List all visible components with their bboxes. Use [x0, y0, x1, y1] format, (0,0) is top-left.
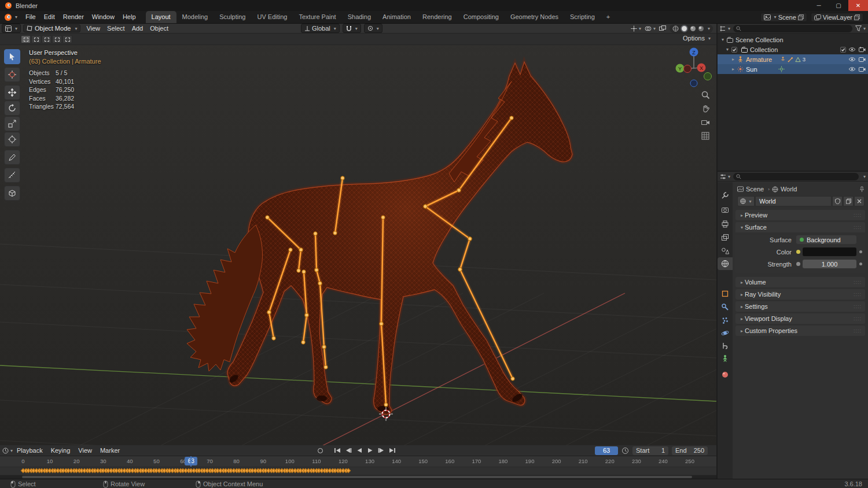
workspace-tab-uv-editing[interactable]: UV Editing [251, 11, 293, 23]
horse-wireframe-model[interactable] [187, 62, 572, 415]
timeline-track[interactable] [0, 467, 716, 475]
select-mode-subtract[interactable] [42, 35, 52, 43]
camera-view-button[interactable] [698, 116, 713, 129]
topbar-menu-file[interactable]: File [21, 11, 40, 23]
panel-volume[interactable]: ▸Volume:::: [735, 277, 865, 287]
topbar-menu-window[interactable]: Window [88, 11, 119, 23]
properties-tab-view-layer[interactable] [718, 231, 733, 244]
tool-scale[interactable] [4, 116, 20, 131]
collection-checkbox[interactable] [730, 47, 738, 53]
properties-search-input[interactable] [733, 173, 859, 180]
disclosure-icon[interactable]: ▸ [730, 57, 736, 62]
properties-tab-output[interactable] [718, 217, 733, 230]
auto-keying-toggle[interactable] [315, 446, 325, 455]
outliner-search-input[interactable] [733, 25, 852, 32]
select-mode-invert[interactable] [52, 35, 62, 43]
workspace-tab-shading[interactable]: Shading [342, 11, 377, 23]
timeline-editor-button[interactable]: ▾ [2, 448, 13, 454]
maximize-button[interactable]: ▢ [829, 0, 848, 11]
workspace-tab-modeling[interactable]: Modeling [176, 11, 214, 23]
use-preview-range-toggle[interactable] [621, 447, 629, 454]
properties-tab-tool[interactable] [718, 189, 733, 202]
properties-editor-button[interactable]: ▾ [720, 173, 730, 180]
world-name-field[interactable]: World [755, 196, 832, 206]
gizmo-y-neg[interactable] [704, 73, 712, 80]
next-keyframe-button[interactable] [376, 446, 386, 455]
outliner-row-scene-collection[interactable]: ▾ Scene Collection [718, 35, 868, 45]
outliner-options-button[interactable]: ▾ [863, 26, 866, 31]
workspace-tab-sculpting[interactable]: Sculpting [214, 11, 251, 23]
properties-tab-scene[interactable] [718, 245, 733, 257]
panel-settings[interactable]: ▸Settings:::: [735, 301, 865, 312]
outliner-row-collection[interactable]: ▾ Collection [718, 45, 868, 54]
workspace-tab-rendering[interactable]: Rendering [417, 11, 458, 23]
editor-type-button[interactable]: ▾ [2, 24, 21, 33]
panel-surface[interactable]: ▾Surface:::: [735, 222, 865, 232]
panel-preview[interactable]: ▸Preview:::: [735, 210, 865, 220]
timeline-menu-view[interactable]: View [74, 445, 96, 457]
minimize-button[interactable]: ─ [809, 0, 829, 11]
topbar-menu-render[interactable]: Render [59, 11, 88, 23]
workspace-tab-layout[interactable]: Layout [146, 11, 176, 23]
mode-dropdown[interactable]: Object Mode ▾ [23, 24, 80, 32]
panel-custom-properties[interactable]: ▸Custom Properties:::: [735, 326, 865, 336]
prev-keyframe-button[interactable] [343, 446, 353, 455]
viewport-menu-view[interactable]: View [83, 24, 104, 33]
properties-tab-physics[interactable] [718, 327, 733, 339]
pan-tool[interactable] [698, 102, 713, 115]
play-button[interactable] [365, 446, 375, 455]
frame-end-field[interactable]: End 250 [672, 446, 708, 455]
frame-start-field[interactable]: Start 1 [632, 446, 668, 455]
tool-annotate[interactable] [4, 150, 20, 165]
scene-selector[interactable]: ▾ Scene [760, 13, 807, 22]
add-workspace-button[interactable]: + [601, 11, 616, 23]
tool-rotate[interactable] [4, 101, 20, 116]
timeline-menu-playback[interactable]: Playback [13, 445, 47, 457]
properties-tab-modifiers[interactable] [718, 301, 733, 313]
properties-tab-object[interactable] [718, 287, 733, 300]
breadcrumb-scene[interactable]: Scene [746, 186, 764, 193]
outliner-row-armature[interactable]: ▸ Armature 3 [718, 54, 868, 64]
disclosure-icon[interactable]: ▾ [720, 37, 726, 42]
tool-add-cube[interactable] [4, 186, 20, 201]
browse-world-button[interactable]: ▾ [737, 196, 755, 206]
show-gizmo-dropdown[interactable]: ▾ [631, 25, 641, 32]
color-swatch[interactable] [803, 247, 856, 256]
orientation-dropdown[interactable]: Global ▾ [301, 24, 340, 33]
copy-datablock-button[interactable] [843, 196, 854, 206]
hide-eye-icon[interactable] [848, 66, 856, 72]
shading-wireframe-icon[interactable] [672, 25, 679, 32]
overlays-dropdown[interactable]: ▾ [645, 25, 656, 32]
render-camera-icon[interactable] [859, 66, 866, 72]
xray-toggle[interactable] [659, 25, 666, 32]
zoom-tool[interactable] [698, 88, 713, 101]
timeline-ruler[interactable]: 0102030405060708090100110120130140150160… [0, 456, 716, 467]
workspace-tab-animation[interactable]: Animation [377, 11, 417, 23]
hide-eye-icon[interactable] [848, 57, 856, 62]
viewport-menu-add[interactable]: Add [128, 24, 147, 33]
tool-measure[interactable] [4, 168, 20, 183]
tool-select-box[interactable] [4, 49, 20, 64]
blender-menu-button[interactable]: ▾ [0, 11, 21, 23]
topbar-menu-help[interactable]: Help [119, 11, 140, 23]
workspace-tab-compositing[interactable]: Compositing [458, 11, 505, 23]
workspace-tab-scripting[interactable]: Scripting [564, 11, 601, 23]
proportional-edit-dropdown[interactable]: ▾ [364, 24, 382, 33]
shading-dropdown[interactable]: ▾ [708, 26, 710, 31]
navigation-gizmo[interactable]: Z Y X [670, 45, 716, 92]
panel-ray-visibility[interactable]: ▸Ray Visibility:::: [735, 289, 865, 300]
snap-dropdown[interactable]: ▾ [343, 24, 361, 33]
viewport-menu-select[interactable]: Select [104, 24, 128, 33]
properties-tab-render[interactable] [718, 204, 733, 216]
properties-filter-button[interactable]: ▾ [863, 174, 866, 179]
surface-type-button[interactable]: Background [796, 235, 856, 244]
shading-solid-active[interactable] [681, 25, 688, 32]
scene-canvas[interactable] [0, 33, 716, 445]
disclosure-icon[interactable]: ▸ [730, 66, 736, 72]
timeline-menu-keying[interactable]: Keying [47, 445, 75, 457]
workspace-tab-geometry-nodes[interactable]: Geometry Nodes [505, 11, 564, 23]
ortho-toggle-button[interactable] [698, 130, 713, 142]
tool-move[interactable] [4, 85, 20, 100]
tool-transform[interactable] [4, 132, 20, 147]
current-frame-field[interactable]: 63 [595, 446, 618, 455]
